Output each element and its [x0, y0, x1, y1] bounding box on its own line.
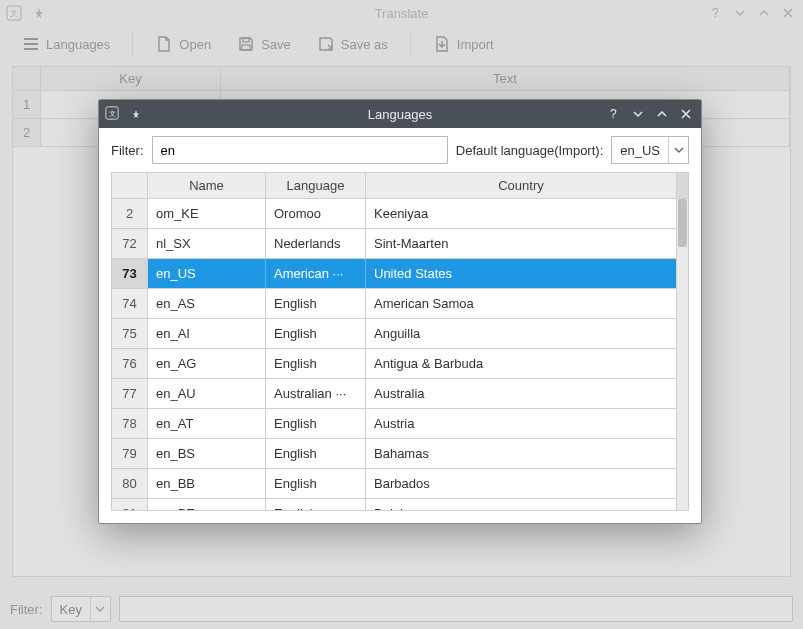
vertical-scrollbar[interactable] — [676, 199, 688, 510]
toolbar-separator — [410, 32, 411, 56]
column-header-language[interactable]: Language — [266, 173, 366, 198]
cell-name: en_AU — [148, 379, 266, 408]
language-row[interactable]: 73en_USAmerican ···United States — [112, 259, 688, 289]
cell-language: Nederlands — [266, 229, 366, 258]
languages-button[interactable]: Languages — [16, 31, 116, 57]
column-header-text[interactable]: Text — [221, 67, 790, 90]
column-header-name[interactable]: Name — [148, 173, 266, 198]
dialog-filter-input[interactable] — [152, 136, 448, 164]
languages-table-header: Name Language Country — [112, 173, 688, 199]
maximize-icon[interactable] — [653, 105, 671, 123]
cell-name: en_AS — [148, 289, 266, 318]
pin-icon[interactable] — [30, 4, 48, 22]
row-number: 2 — [112, 199, 148, 228]
chevron-down-icon — [668, 137, 688, 163]
svg-text:文: 文 — [10, 9, 18, 18]
cell-country: Austria — [366, 409, 676, 438]
cell-name: en_BS — [148, 439, 266, 468]
import-icon — [433, 35, 451, 53]
help-icon[interactable]: ? — [707, 4, 725, 22]
save-as-button[interactable]: Save as — [311, 31, 394, 57]
row-number: 72 — [112, 229, 148, 258]
translate-icon: 文 — [105, 106, 119, 123]
column-header-index[interactable] — [112, 173, 148, 198]
row-number: 75 — [112, 319, 148, 348]
file-open-icon — [155, 35, 173, 53]
grid-corner — [13, 67, 41, 90]
language-row[interactable]: 2om_KEOromooKeeniyaa — [112, 199, 688, 229]
language-row[interactable]: 79en_BSEnglishBahamas — [112, 439, 688, 469]
dialog-filter-row: Filter: Default language(Import): en_US — [99, 128, 701, 172]
default-language-value: en_US — [612, 143, 668, 158]
cell-language: English — [266, 499, 366, 510]
language-row[interactable]: 76en_AGEnglishAntigua & Barbuda — [112, 349, 688, 379]
cell-name: om_KE — [148, 199, 266, 228]
filter-field-combo[interactable]: Key — [51, 596, 111, 622]
cell-name: en_AT — [148, 409, 266, 438]
open-button[interactable]: Open — [149, 31, 217, 57]
cell-language: Oromoo — [266, 199, 366, 228]
language-row[interactable]: 72nl_SXNederlandsSint-Maarten — [112, 229, 688, 259]
language-row[interactable]: 81en_BEEnglishBelgium — [112, 499, 688, 510]
cell-country: Barbados — [366, 469, 676, 498]
languages-label: Languages — [46, 37, 110, 52]
save-as-icon — [317, 35, 335, 53]
close-icon[interactable] — [779, 4, 797, 22]
main-title: Translate — [0, 6, 803, 21]
cell-language: Australian ··· — [266, 379, 366, 408]
minimize-icon[interactable] — [629, 105, 647, 123]
language-row[interactable]: 77en_AUAustralian ···Australia — [112, 379, 688, 409]
cell-country: Sint-Maarten — [366, 229, 676, 258]
cell-country: Bahamas — [366, 439, 676, 468]
column-header-key[interactable]: Key — [41, 67, 221, 90]
open-label: Open — [179, 37, 211, 52]
cell-language: English — [266, 289, 366, 318]
pin-icon[interactable] — [127, 105, 145, 123]
cell-name: en_US — [148, 259, 266, 288]
svg-text:文: 文 — [109, 109, 116, 116]
row-number: 76 — [112, 349, 148, 378]
language-row[interactable]: 74en_ASEnglishAmerican Samoa — [112, 289, 688, 319]
maximize-icon[interactable] — [755, 4, 773, 22]
minimize-icon[interactable] — [731, 4, 749, 22]
cell-name: en_BE — [148, 499, 266, 510]
cell-country: United States — [366, 259, 676, 288]
save-icon — [237, 35, 255, 53]
import-label: Import — [457, 37, 494, 52]
row-number: 79 — [112, 439, 148, 468]
toolbar-separator — [132, 32, 133, 56]
languages-table: Name Language Country 2om_KEOromooKeeniy… — [111, 172, 689, 511]
svg-rect-3 — [243, 38, 249, 42]
translate-app-icon: 文 — [6, 5, 22, 21]
save-button[interactable]: Save — [231, 31, 297, 57]
close-icon[interactable] — [677, 105, 695, 123]
cell-language: American ··· — [266, 259, 366, 288]
filter-label: Filter: — [10, 602, 43, 617]
dialog-filter-label: Filter: — [111, 143, 144, 158]
cell-country: Belgium — [366, 499, 676, 510]
column-header-country[interactable]: Country — [366, 173, 676, 198]
row-number: 81 — [112, 499, 148, 510]
row-number: 77 — [112, 379, 148, 408]
main-titlebar: 文 Translate ? — [0, 0, 803, 26]
scrollbar-thumb[interactable] — [678, 199, 687, 247]
language-row[interactable]: 80en_BBEnglishBarbados — [112, 469, 688, 499]
save-label: Save — [261, 37, 291, 52]
help-icon[interactable]: ? — [605, 105, 623, 123]
cell-country: Australia — [366, 379, 676, 408]
row-number: 80 — [112, 469, 148, 498]
import-button[interactable]: Import — [427, 31, 500, 57]
cell-language: English — [266, 439, 366, 468]
row-number: 1 — [13, 91, 41, 118]
languages-dialog: 文 Languages ? Filter: Default language(I — [98, 99, 702, 524]
cell-language: English — [266, 469, 366, 498]
cell-language: English — [266, 409, 366, 438]
main-toolbar: Languages Open Save Save as Import — [0, 26, 803, 62]
dialog-titlebar[interactable]: 文 Languages ? — [99, 100, 701, 128]
cell-country: American Samoa — [366, 289, 676, 318]
languages-table-body: 2om_KEOromooKeeniyaa72nl_SXNederlandsSin… — [112, 199, 688, 510]
default-language-combo[interactable]: en_US — [611, 136, 689, 164]
language-row[interactable]: 75en_AIEnglishAnguilla — [112, 319, 688, 349]
filter-text-input[interactable] — [119, 596, 793, 622]
language-row[interactable]: 78en_ATEnglishAustria — [112, 409, 688, 439]
